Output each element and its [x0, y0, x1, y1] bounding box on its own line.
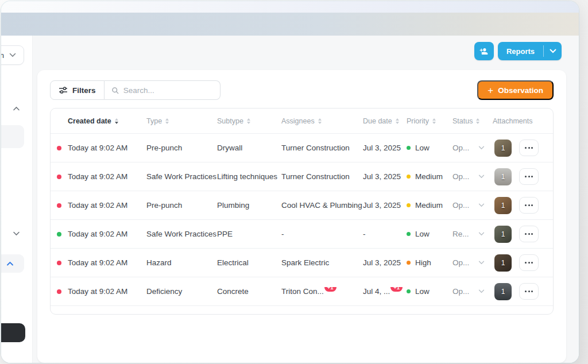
overflow-count-badge[interactable]: +1	[324, 287, 336, 292]
chevron-down-icon	[478, 261, 485, 265]
cell-subtype: Plumbing	[217, 201, 281, 210]
row-menu-button[interactable]	[519, 226, 539, 242]
sidebar-item[interactable]	[1, 125, 24, 148]
reports-dropdown-toggle[interactable]	[544, 42, 562, 60]
priority-label: High	[415, 258, 431, 267]
add-observation-button[interactable]: + Observation	[477, 80, 554, 100]
status-dot	[57, 175, 61, 179]
table-row[interactable]: Today at 9:02 AM Deficiency Concrete Tri…	[51, 277, 553, 305]
col-assignees[interactable]: Assignees	[281, 117, 363, 125]
cell-due: Jul 3, 2025	[363, 172, 407, 181]
table-row[interactable]: Today at 9:02 AM Pre-punch Drywall Turne…	[51, 133, 553, 162]
chevron-down-icon	[550, 49, 556, 53]
priority-label: Low	[415, 230, 430, 238]
col-type[interactable]: Type	[146, 117, 217, 125]
status-dropdown[interactable]: Op...	[452, 172, 493, 181]
cell-subtype: Concrete	[217, 287, 281, 296]
status-dropdown[interactable]: Op...	[452, 144, 493, 152]
search-input[interactable]	[123, 86, 213, 95]
cell-subtype: PPE	[217, 230, 281, 238]
plus-icon: +	[488, 86, 493, 95]
sort-icon	[247, 118, 250, 124]
main-area: Reports	[33, 36, 579, 363]
status-dot	[57, 146, 61, 150]
attachment-thumbnail[interactable]: 1	[494, 197, 512, 214]
sort-icon	[396, 118, 399, 124]
cell-type: Pre-punch	[146, 144, 217, 152]
sort-icon	[115, 118, 118, 124]
row-menu-button[interactable]	[519, 140, 539, 156]
priority-dot	[407, 175, 411, 179]
filter-sliders-icon	[59, 86, 68, 94]
chevron-up-blue-icon	[6, 261, 14, 266]
status-dropdown[interactable]: Op...	[452, 258, 493, 267]
cell-type: Safe Work Practices	[146, 172, 217, 181]
priority-label: Medium	[415, 172, 443, 181]
status-dropdown[interactable]: Re...	[452, 230, 493, 238]
sort-icon	[165, 118, 169, 124]
cell-type: Safe Work Practices	[146, 230, 217, 238]
app-window: n	[1, 1, 579, 363]
cell-type: Pre-punch	[146, 201, 217, 210]
row-menu-button[interactable]	[519, 254, 539, 271]
table-row[interactable]: Today at 9:02 AM Pre-punch Plumbing Cool…	[51, 191, 553, 219]
row-menu-button[interactable]	[519, 197, 539, 214]
collapse-down-icon[interactable]	[11, 229, 21, 238]
window-titlebar	[1, 1, 579, 13]
priority-label: Medium	[415, 201, 443, 210]
cell-subtype: Lifting techniques	[217, 172, 281, 181]
sidebar-section-toggle[interactable]	[1, 254, 24, 273]
attachment-thumbnail[interactable]: 1	[494, 254, 512, 272]
observation-label: Observation	[498, 86, 543, 95]
cell-created: Today at 9:02 AM	[68, 258, 146, 267]
status-dropdown[interactable]: Op...	[452, 287, 493, 296]
col-subtype[interactable]: Subtype	[217, 117, 281, 125]
filters-button[interactable]: Filters	[50, 80, 105, 100]
attachment-thumbnail[interactable]: 1	[494, 283, 512, 300]
cell-assignees: Spark Electric	[281, 258, 363, 267]
collapse-up-icon[interactable]	[11, 104, 21, 113]
row-menu-button[interactable]	[519, 168, 539, 185]
table-row[interactable]: Today at 9:02 AM Hazard Electrical Spark…	[51, 248, 553, 277]
priority-label: Low	[415, 144, 430, 152]
attachment-thumbnail[interactable]: 1	[494, 226, 512, 243]
row-menu-button[interactable]	[519, 283, 539, 300]
search-box[interactable]	[105, 80, 220, 100]
chevron-down-icon	[478, 175, 485, 179]
col-due-date[interactable]: Due date	[363, 117, 407, 125]
table-header-row: Created date Type Subtype Assignees Due …	[51, 109, 553, 133]
browser-tab-band	[1, 13, 579, 36]
cell-type: Hazard	[146, 258, 217, 267]
col-priority[interactable]: Priority	[407, 117, 452, 125]
priority-dot	[407, 232, 411, 236]
status-dropdown[interactable]: Op...	[452, 201, 493, 210]
attachment-thumbnail[interactable]: 1	[494, 168, 512, 185]
person-add-icon	[479, 47, 489, 56]
cell-due: Jul 3, 2025	[363, 258, 407, 267]
status-dot	[57, 261, 61, 265]
table-footer	[51, 305, 553, 314]
cell-due: Jul 3, 2025	[363, 201, 407, 210]
reports-split-button[interactable]: Reports	[498, 42, 562, 60]
priority-dot	[407, 289, 411, 293]
reports-button[interactable]: Reports	[498, 42, 543, 60]
sidebar-dark-button[interactable]	[1, 323, 25, 342]
priority-dot	[407, 146, 411, 150]
table-row[interactable]: Today at 9:02 AM Safe Work Practices Lif…	[51, 162, 553, 191]
col-created-date[interactable]: Created date	[68, 117, 146, 125]
page-topbar: Reports	[33, 36, 579, 70]
cell-assignees: -	[281, 230, 363, 238]
cell-type: Deficiency	[146, 287, 217, 296]
card-toolbar: Filters + Observation	[50, 80, 554, 100]
table-row[interactable]: Today at 9:02 AM Safe Work Practices PPE…	[51, 219, 553, 248]
overflow-count-badge[interactable]: +1	[390, 287, 403, 292]
cell-subtype: Drywall	[217, 144, 281, 152]
attachment-thumbnail[interactable]: 1	[494, 140, 512, 157]
cell-created: Today at 9:02 AM	[68, 144, 146, 152]
share-user-button[interactable]	[474, 42, 494, 60]
project-selector[interactable]: n	[1, 45, 24, 65]
chevron-down-icon	[478, 289, 485, 293]
col-status[interactable]: Status	[452, 117, 493, 125]
chevron-down-icon	[478, 146, 485, 150]
filters-label: Filters	[72, 86, 96, 95]
